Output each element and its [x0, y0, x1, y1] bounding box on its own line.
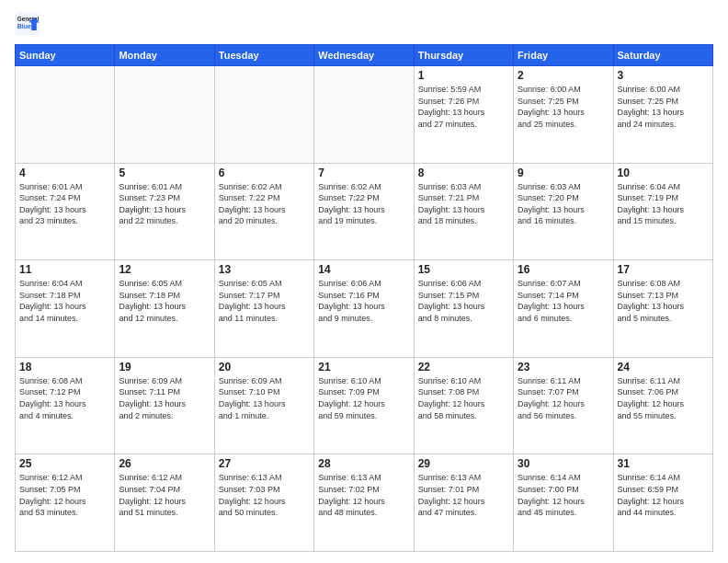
day-info: Sunrise: 6:12 AMSunset: 7:04 PMDaylight:… — [119, 472, 210, 518]
day-info: Sunrise: 6:05 AMSunset: 7:18 PMDaylight:… — [119, 278, 210, 324]
day-number: 2 — [518, 69, 609, 82]
col-header-tuesday: Tuesday — [214, 45, 313, 66]
day-number: 13 — [219, 263, 310, 276]
day-number: 18 — [19, 361, 110, 373]
calendar-cell: 12Sunrise: 6:05 AMSunset: 7:18 PMDayligh… — [115, 260, 214, 358]
day-info: Sunrise: 6:10 AMSunset: 7:09 PMDaylight:… — [318, 375, 409, 421]
day-info: Sunrise: 6:08 AMSunset: 7:13 PMDaylight:… — [618, 278, 709, 324]
day-info: Sunrise: 6:13 AMSunset: 7:01 PMDaylight:… — [418, 472, 509, 518]
calendar-cell: 17Sunrise: 6:08 AMSunset: 7:13 PMDayligh… — [613, 260, 712, 358]
calendar-cell — [314, 66, 414, 164]
col-header-saturday: Saturday — [613, 45, 712, 66]
calendar-week-2: 4Sunrise: 6:01 AMSunset: 7:24 PMDaylight… — [16, 163, 713, 260]
day-info: Sunrise: 6:14 AMSunset: 6:59 PMDaylight:… — [618, 472, 709, 518]
day-number: 25 — [19, 457, 110, 470]
calendar-cell: 6Sunrise: 6:02 AMSunset: 7:22 PMDaylight… — [214, 163, 313, 260]
day-info: Sunrise: 6:06 AMSunset: 7:15 PMDaylight:… — [418, 278, 509, 324]
day-number: 16 — [518, 263, 609, 276]
day-number: 11 — [19, 263, 110, 276]
day-info: Sunrise: 6:14 AMSunset: 7:00 PMDaylight:… — [518, 472, 609, 518]
col-header-wednesday: Wednesday — [314, 45, 414, 66]
day-number: 19 — [119, 361, 210, 373]
page: General Blue SundayMondayTuesdayWednesda… — [0, 0, 728, 563]
calendar-cell: 23Sunrise: 6:11 AMSunset: 7:07 PMDayligh… — [514, 357, 613, 454]
calendar-cell: 22Sunrise: 6:10 AMSunset: 7:08 PMDayligh… — [414, 357, 513, 454]
day-number: 30 — [518, 457, 609, 470]
calendar-cell: 31Sunrise: 6:14 AMSunset: 6:59 PMDayligh… — [613, 454, 712, 552]
day-info: Sunrise: 6:13 AMSunset: 7:02 PMDaylight:… — [318, 472, 409, 518]
calendar-cell: 8Sunrise: 6:03 AMSunset: 7:21 PMDaylight… — [414, 163, 513, 260]
day-info: Sunrise: 6:08 AMSunset: 7:12 PMDaylight:… — [19, 375, 110, 421]
calendar-cell: 27Sunrise: 6:13 AMSunset: 7:03 PMDayligh… — [214, 454, 313, 552]
day-number: 21 — [318, 361, 409, 373]
day-info: Sunrise: 6:00 AMSunset: 7:25 PMDaylight:… — [518, 84, 609, 130]
calendar-cell: 14Sunrise: 6:06 AMSunset: 7:16 PMDayligh… — [314, 260, 414, 358]
day-info: Sunrise: 6:03 AMSunset: 7:21 PMDaylight:… — [418, 181, 509, 227]
day-info: Sunrise: 6:13 AMSunset: 7:03 PMDaylight:… — [219, 472, 310, 518]
calendar-cell: 16Sunrise: 6:07 AMSunset: 7:14 PMDayligh… — [514, 260, 613, 358]
day-info: Sunrise: 6:11 AMSunset: 7:07 PMDaylight:… — [518, 375, 609, 421]
day-info: Sunrise: 6:11 AMSunset: 7:06 PMDaylight:… — [618, 375, 709, 421]
day-info: Sunrise: 6:00 AMSunset: 7:25 PMDaylight:… — [618, 84, 709, 130]
day-number: 26 — [119, 457, 210, 470]
day-info: Sunrise: 6:10 AMSunset: 7:08 PMDaylight:… — [418, 375, 509, 421]
day-number: 1 — [418, 69, 509, 82]
day-number: 7 — [318, 167, 409, 179]
day-number: 29 — [418, 457, 509, 470]
col-header-thursday: Thursday — [414, 45, 513, 66]
calendar-cell: 24Sunrise: 6:11 AMSunset: 7:06 PMDayligh… — [613, 357, 712, 454]
day-number: 28 — [318, 457, 409, 470]
day-number: 17 — [618, 263, 709, 276]
day-info: Sunrise: 6:04 AMSunset: 7:18 PMDaylight:… — [19, 278, 110, 324]
svg-text:Blue: Blue — [17, 23, 31, 29]
calendar-cell: 25Sunrise: 6:12 AMSunset: 7:05 PMDayligh… — [16, 454, 115, 552]
day-info: Sunrise: 6:12 AMSunset: 7:05 PMDaylight:… — [19, 472, 110, 518]
calendar-cell: 9Sunrise: 6:03 AMSunset: 7:20 PMDaylight… — [514, 163, 613, 260]
calendar-cell: 18Sunrise: 6:08 AMSunset: 7:12 PMDayligh… — [16, 357, 115, 454]
day-number: 31 — [618, 457, 709, 470]
calendar-cell: 19Sunrise: 6:09 AMSunset: 7:11 PMDayligh… — [115, 357, 214, 454]
logo-icon: General Blue — [15, 11, 40, 37]
logo: General Blue — [15, 11, 44, 37]
day-info: Sunrise: 6:07 AMSunset: 7:14 PMDaylight:… — [518, 278, 609, 324]
day-info: Sunrise: 6:02 AMSunset: 7:22 PMDaylight:… — [318, 181, 409, 227]
day-info: Sunrise: 5:59 AMSunset: 7:26 PMDaylight:… — [418, 84, 509, 130]
calendar-header-row: SundayMondayTuesdayWednesdayThursdayFrid… — [16, 45, 713, 66]
calendar-cell: 15Sunrise: 6:06 AMSunset: 7:15 PMDayligh… — [414, 260, 513, 358]
calendar-week-4: 18Sunrise: 6:08 AMSunset: 7:12 PMDayligh… — [16, 357, 713, 454]
calendar-cell: 10Sunrise: 6:04 AMSunset: 7:19 PMDayligh… — [613, 163, 712, 260]
day-number: 27 — [219, 457, 310, 470]
day-info: Sunrise: 6:04 AMSunset: 7:19 PMDaylight:… — [618, 181, 709, 227]
calendar-cell: 20Sunrise: 6:09 AMSunset: 7:10 PMDayligh… — [214, 357, 313, 454]
day-number: 12 — [119, 263, 210, 276]
day-number: 24 — [618, 361, 709, 373]
day-number: 14 — [318, 263, 409, 276]
calendar-cell: 11Sunrise: 6:04 AMSunset: 7:18 PMDayligh… — [16, 260, 115, 358]
day-info: Sunrise: 6:09 AMSunset: 7:11 PMDaylight:… — [119, 375, 210, 421]
calendar-week-5: 25Sunrise: 6:12 AMSunset: 7:05 PMDayligh… — [16, 454, 713, 552]
calendar-cell: 21Sunrise: 6:10 AMSunset: 7:09 PMDayligh… — [314, 357, 414, 454]
day-number: 10 — [618, 167, 709, 179]
day-number: 20 — [219, 361, 310, 373]
day-number: 8 — [418, 167, 509, 179]
calendar-cell — [16, 66, 115, 164]
calendar-cell: 13Sunrise: 6:05 AMSunset: 7:17 PMDayligh… — [214, 260, 313, 358]
day-info: Sunrise: 6:09 AMSunset: 7:10 PMDaylight:… — [219, 375, 310, 421]
calendar-cell: 28Sunrise: 6:13 AMSunset: 7:02 PMDayligh… — [314, 454, 414, 552]
day-number: 23 — [518, 361, 609, 373]
day-info: Sunrise: 6:03 AMSunset: 7:20 PMDaylight:… — [518, 181, 609, 227]
col-header-monday: Monday — [115, 45, 214, 66]
calendar-cell — [115, 66, 214, 164]
col-header-friday: Friday — [514, 45, 613, 66]
day-info: Sunrise: 6:02 AMSunset: 7:22 PMDaylight:… — [219, 181, 310, 227]
calendar-table: SundayMondayTuesdayWednesdayThursdayFrid… — [15, 44, 713, 552]
calendar-cell: 3Sunrise: 6:00 AMSunset: 7:25 PMDaylight… — [613, 66, 712, 164]
day-info: Sunrise: 6:05 AMSunset: 7:17 PMDaylight:… — [219, 278, 310, 324]
day-number: 6 — [219, 167, 310, 179]
calendar-week-3: 11Sunrise: 6:04 AMSunset: 7:18 PMDayligh… — [16, 260, 713, 358]
day-number: 4 — [19, 167, 110, 179]
calendar-cell — [214, 66, 313, 164]
calendar-cell: 4Sunrise: 6:01 AMSunset: 7:24 PMDaylight… — [16, 163, 115, 260]
calendar-cell: 30Sunrise: 6:14 AMSunset: 7:00 PMDayligh… — [514, 454, 613, 552]
day-number: 5 — [119, 167, 210, 179]
